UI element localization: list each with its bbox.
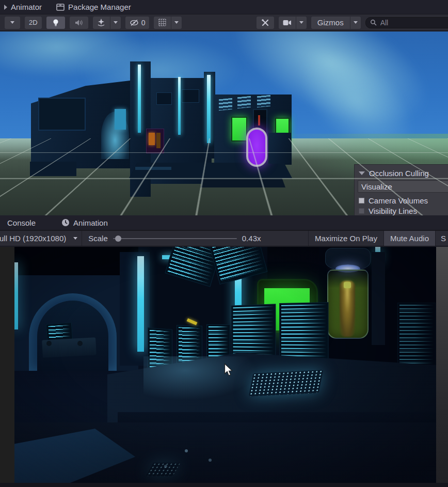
scale-slider[interactable] — [113, 238, 237, 239]
walkway — [200, 178, 285, 187]
game-view-right-gutter — [436, 247, 448, 483]
gizmos-label: Gizmos — [317, 18, 344, 27]
scene-search-field[interactable] — [365, 17, 448, 28]
neon-strip — [138, 65, 141, 133]
floor-dots — [185, 449, 188, 452]
camera-settings-button[interactable] — [279, 17, 296, 29]
vent-lights — [219, 98, 232, 111]
neon-strip — [178, 77, 181, 135]
eye-slash-icon — [130, 19, 139, 26]
grid-visibility-button[interactable] — [154, 17, 171, 29]
draw-mode-dropdown[interactable] — [5, 17, 20, 29]
checkbox-icon — [359, 208, 364, 214]
search-icon — [370, 19, 377, 26]
scale-control: Scale 0.43x — [82, 234, 267, 243]
mouse-cursor — [224, 363, 234, 377]
mute-audio-label: Mute Audio — [390, 234, 429, 243]
visualize-mode-select[interactable]: Visualize — [358, 180, 448, 193]
effects-sparkle-icon — [97, 19, 105, 26]
tab-animation[interactable]: Animation — [54, 215, 115, 230]
chevron-down-icon — [114, 21, 118, 24]
vent-lights — [257, 95, 270, 108]
scene-visibility-button[interactable]: 0 — [125, 17, 150, 29]
walkway — [129, 163, 292, 178]
scene-tabbar: Animator Package Manager — [0, 0, 448, 14]
tab-package-manager[interactable]: Package Manager — [49, 0, 138, 14]
lighting-toggle-button[interactable] — [46, 17, 65, 29]
resolution-label: ull HD (1920x1080) — [0, 234, 66, 243]
capsule-figure-visor — [344, 282, 351, 288]
stats-label: S — [441, 234, 446, 243]
gizmos-dropdown[interactable] — [350, 17, 361, 29]
glowing-keyboard — [249, 370, 323, 397]
maximize-on-play-button[interactable]: Maximize On Play — [308, 231, 383, 246]
game-tabbar: Console Animation — [0, 215, 448, 230]
checkbox-icon — [359, 198, 364, 203]
toggle-label: Camera Volumes — [369, 196, 428, 205]
effects-toggle-button[interactable] — [93, 17, 110, 29]
mute-audio-button[interactable]: Mute Audio — [383, 231, 435, 246]
aspect-dropdown[interactable]: ull HD (1920x1080) — [0, 231, 82, 246]
terminal-code-lines — [48, 325, 71, 340]
code-lines — [399, 305, 434, 365]
tab-package-manager-label: Package Manager — [68, 3, 131, 11]
stats-button[interactable]: S — [435, 231, 448, 246]
occlusion-culling-panel: Occlusion Culling Visualize Camera Volum… — [354, 164, 448, 215]
chevron-down-icon — [299, 21, 303, 24]
scene-toolbar: 2D 0 Gi — [0, 14, 448, 31]
speaker-icon — [75, 19, 83, 26]
toggle-camera-volumes[interactable]: Camera Volumes — [359, 196, 448, 205]
occlusion-panel-title: Occlusion Culling — [369, 169, 429, 178]
walkway-plank — [135, 167, 171, 170]
building-window — [156, 92, 172, 105]
terminal-knobs — [46, 341, 52, 346]
occlusion-panel-header[interactable]: Occlusion Culling — [359, 169, 448, 178]
tab-animator-label: Animator — [11, 3, 42, 11]
scale-label: Scale — [88, 234, 108, 243]
tab-console-label: Console — [7, 218, 36, 227]
center-column — [120, 252, 150, 366]
camera-dropdown[interactable] — [296, 17, 307, 29]
chevron-down-icon — [174, 21, 179, 24]
clock-icon — [61, 218, 70, 227]
hidden-count-label: 0 — [141, 19, 146, 27]
chevron-down-icon — [10, 21, 14, 24]
vending-screen — [149, 133, 155, 145]
building-window — [182, 89, 199, 103]
toggle-label: Visibility Lines — [369, 207, 417, 215]
visualize-label: Visualize — [361, 182, 392, 191]
scale-value: 0.43x — [242, 234, 261, 243]
vending-panel — [156, 133, 161, 148]
unity-editor-window: Animator Package Manager 2D 0 — [0, 0, 448, 487]
building-small-block — [268, 133, 291, 164]
building-panel — [38, 98, 86, 131]
tab-animation-label: Animation — [73, 218, 108, 227]
scale-slider-knob[interactable] — [115, 235, 121, 242]
purple-portal-capsule — [246, 128, 267, 167]
effects-dropdown[interactable] — [110, 17, 121, 29]
capsule-mount — [372, 252, 385, 345]
maximize-label: Maximize On Play — [315, 234, 377, 243]
game-view[interactable] — [0, 247, 448, 483]
walkway — [30, 162, 76, 176]
game-toolbar: ull HD (1920x1080) Scale 0.43x Maximize … — [0, 230, 448, 246]
tab-console[interactable]: Console — [0, 215, 43, 230]
collapse-triangle-icon — [359, 171, 365, 175]
tools-settings-button[interactable] — [257, 17, 274, 29]
tools-icon — [261, 19, 269, 27]
scene-view[interactable]: Occlusion Culling Visualize Camera Volum… — [0, 32, 448, 215]
search-input[interactable] — [379, 18, 444, 27]
tab-expand-arrow-icon — [4, 5, 7, 10]
audio-toggle-button[interactable] — [70, 17, 88, 29]
game-render — [14, 247, 436, 483]
grid-dropdown[interactable] — [171, 17, 182, 29]
camera-icon — [283, 20, 292, 26]
lightbulb-icon — [52, 19, 59, 27]
monitor-dim — [397, 303, 436, 367]
toggle-visibility-lines[interactable]: Visibility Lines — [359, 207, 448, 215]
gizmos-button[interactable]: Gizmos — [311, 17, 350, 29]
chevron-down-icon — [73, 237, 77, 240]
neon-strip — [14, 262, 18, 329]
2d-toggle-button[interactable]: 2D — [25, 17, 42, 29]
tab-animator[interactable]: Animator — [0, 0, 49, 14]
